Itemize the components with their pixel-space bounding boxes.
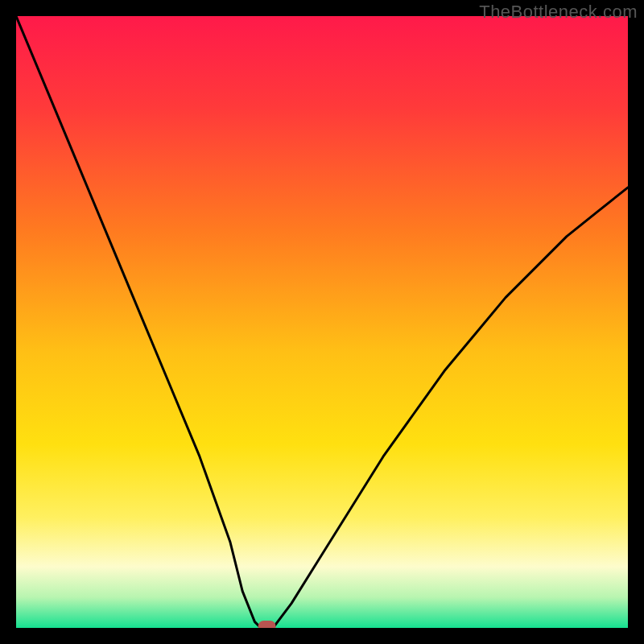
chart-background xyxy=(16,16,628,628)
watermark-text: TheBottleneck.com xyxy=(479,2,638,23)
chart-svg xyxy=(16,16,628,628)
optimal-point-marker xyxy=(258,621,276,628)
plot-area xyxy=(16,16,628,628)
bottleneck-chart: TheBottleneck.com xyxy=(0,0,644,644)
